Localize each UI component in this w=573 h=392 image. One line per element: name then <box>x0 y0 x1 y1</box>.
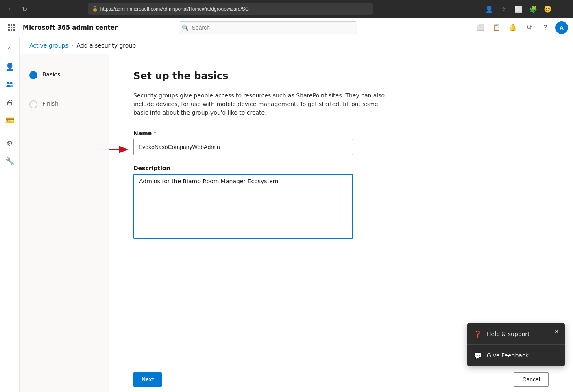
step-finish-label: Finish <box>42 100 59 107</box>
name-input[interactable] <box>133 139 353 155</box>
svg-rect-1 <box>11 24 12 26</box>
wizard-title: Set up the basics <box>133 70 549 82</box>
wizard-footer: Next Cancel <box>109 366 573 392</box>
step-basics: Basics <box>29 70 99 79</box>
app-title: Microsoft 365 admin center <box>23 24 118 31</box>
step-basics-circle <box>29 71 37 79</box>
sidebar-item-devices[interactable]: 🖨 <box>2 94 18 110</box>
browser-menu-icon[interactable]: ··· <box>557 3 568 15</box>
user-avatar[interactable]: A <box>555 21 568 34</box>
sidebar-item-billing[interactable]: 💳 <box>2 112 18 128</box>
app-header: Microsoft 365 admin center 🔍 ⬜ 📋 🔔 ⚙ ? A <box>0 18 573 37</box>
help-support-label: Help & support <box>487 331 530 337</box>
wizard-form: Set up the basics Security groups give p… <box>109 54 573 366</box>
sidebar: ⌂ 👤 🖨 💳 ⚙ 🔧 ··· <box>0 37 20 392</box>
settings-icon[interactable]: ⚙ <box>523 21 536 34</box>
reload-button[interactable]: ↻ <box>19 3 30 15</box>
svg-rect-5 <box>13 27 15 28</box>
search-input[interactable] <box>179 21 357 34</box>
give-feedback-item[interactable]: 💬 Give Feedback <box>467 345 565 366</box>
svg-rect-6 <box>8 29 10 31</box>
help-icon[interactable]: ? <box>539 21 552 34</box>
help-panel: ✕ ❓ Help & support 💬 Give Feedback <box>467 323 565 366</box>
step-connector <box>29 79 99 100</box>
svg-point-9 <box>7 82 9 84</box>
browser-nav-buttons: ← ↻ <box>5 3 30 15</box>
svg-rect-3 <box>8 27 10 28</box>
name-label: Name * <box>133 130 549 136</box>
help-support-icon: ❓ <box>474 330 482 338</box>
back-button[interactable]: ← <box>5 3 16 15</box>
svg-rect-0 <box>8 24 10 26</box>
sidebar-item-groups[interactable] <box>2 76 18 93</box>
url-input[interactable] <box>100 6 368 12</box>
svg-rect-7 <box>11 29 12 31</box>
next-button[interactable]: Next <box>133 372 162 387</box>
description-label: Description <box>133 165 549 171</box>
svg-rect-2 <box>13 24 15 26</box>
sidebar-item-settings[interactable]: ⚙ <box>2 135 18 152</box>
browser-right-icons: 👤 ☆ ⬜ 🧩 😊 ··· <box>484 3 568 15</box>
step-finish: Finish <box>29 100 99 108</box>
required-indicator: * <box>153 130 156 136</box>
give-feedback-label: Give Feedback <box>487 352 529 359</box>
notification-icon[interactable]: 🔔 <box>506 21 519 34</box>
name-field-group: Name * <box>133 130 549 155</box>
sidebar-item-tools[interactable]: 🔧 <box>2 153 18 169</box>
form-fields: Name * Description Admins for the <span … <box>133 130 549 240</box>
breadcrumb-current: Add a security group <box>77 42 136 49</box>
arrow-indicator <box>109 145 129 154</box>
wizard-description: Security groups give people access to re… <box>133 91 394 117</box>
breadcrumb-separator: › <box>72 43 74 48</box>
description-field-group: Description Admins for the <span class="… <box>133 165 549 240</box>
browser-extensions-icon[interactable]: 🧩 <box>527 3 539 15</box>
header-right-icons: ⬜ 📋 🔔 ⚙ ? A <box>474 21 568 34</box>
step-basics-label: Basics <box>42 70 60 78</box>
give-feedback-icon: 💬 <box>474 351 482 360</box>
app-launcher-button[interactable] <box>5 21 18 34</box>
breadcrumb: Active groups › Add a security group <box>20 37 573 54</box>
help-support-item[interactable]: ❓ Help & support <box>467 323 565 344</box>
fullscreen-icon[interactable]: ⬜ <box>474 21 487 34</box>
sidebar-divider <box>5 132 15 132</box>
browser-tab-icon[interactable]: ⬜ <box>513 3 524 15</box>
search-container: 🔍 <box>179 21 357 34</box>
description-input[interactable]: Admins for the <span class="spell-error"… <box>133 174 353 239</box>
address-bar: 🔒 <box>88 3 373 15</box>
sidebar-item-more[interactable]: ··· <box>2 373 18 389</box>
sidebar-item-users[interactable]: 👤 <box>2 58 18 75</box>
step-finish-circle <box>29 100 37 108</box>
cancel-button[interactable]: Cancel <box>514 372 549 387</box>
clipboard-icon[interactable]: 📋 <box>490 21 503 34</box>
browser-star-icon[interactable]: ☆ <box>498 3 510 15</box>
sidebar-item-home[interactable]: ⌂ <box>2 41 18 57</box>
help-panel-close-button[interactable]: ✕ <box>552 327 562 336</box>
svg-point-10 <box>10 82 12 84</box>
lock-icon: 🔒 <box>92 6 98 12</box>
browser-profile-icon[interactable]: 👤 <box>484 3 495 15</box>
svg-rect-4 <box>11 27 12 28</box>
svg-rect-8 <box>13 29 15 31</box>
browser-chrome: ← ↻ 🔒 👤 ☆ ⬜ 🧩 😊 ··· <box>0 0 573 18</box>
breadcrumb-parent-link[interactable]: Active groups <box>29 42 68 49</box>
wizard-steps-panel: Basics Finish <box>20 54 109 392</box>
browser-account-icon[interactable]: 😊 <box>542 3 553 15</box>
